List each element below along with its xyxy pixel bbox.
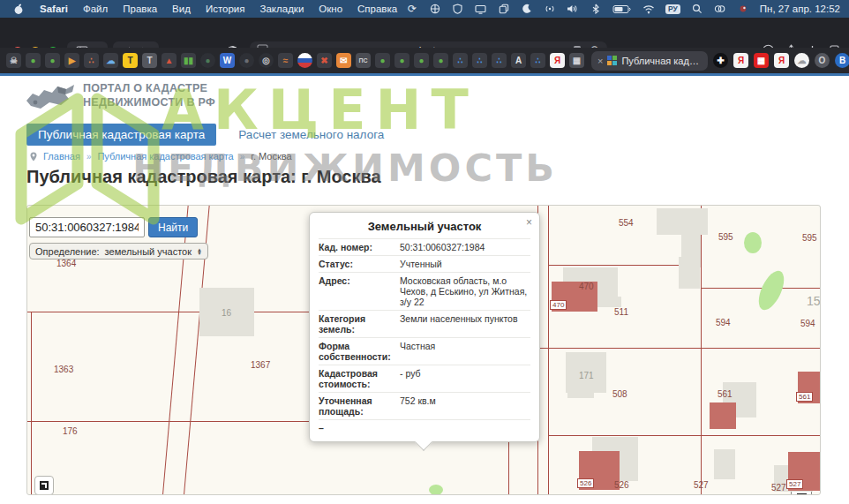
- battery-icon[interactable]: [612, 3, 632, 15]
- popup-rows: Кад. номер:50:31:0060327:1984Статус:Учте…: [319, 238, 530, 436]
- bookmark-icon[interactable]: ✉: [336, 53, 351, 68]
- bookmark-icon[interactable]: ≈: [278, 53, 293, 68]
- bookmark-icon[interactable]: ◎: [259, 53, 274, 68]
- boundary-line: [548, 206, 549, 495]
- cadastral-number-input[interactable]: [29, 217, 145, 237]
- keyboard-lang-badge[interactable]: РУ: [665, 4, 680, 14]
- parcel-label: 554: [619, 218, 634, 228]
- bookmark-icon[interactable]: T: [142, 53, 157, 68]
- parcel-info-popup: × Земельный участок Кад. номер:50:31:006…: [309, 212, 540, 442]
- tab-publichnaya-kadastrovaya[interactable]: × Публичная кадастр...: [591, 51, 708, 71]
- boundary-line: [537, 348, 821, 349]
- parcel-type-select[interactable]: Определение: земельный участок ▲▼: [29, 243, 208, 260]
- bookmark-icon[interactable]: ∴: [492, 53, 507, 68]
- menubar-item-история[interactable]: История: [206, 4, 245, 14]
- bookmark-icon[interactable]: ▮▮: [181, 53, 196, 68]
- bookmark-icon[interactable]: W: [220, 53, 235, 68]
- bookmark-glyph: ●: [399, 56, 404, 65]
- bluetooth-icon[interactable]: [590, 3, 602, 15]
- menubar-item-safari[interactable]: Safari: [40, 4, 68, 14]
- bookmark-icon[interactable]: [297, 53, 312, 68]
- breadcrumb-home[interactable]: Главная: [43, 151, 80, 162]
- menubar-item-файл[interactable]: Файл: [83, 4, 108, 14]
- bookmark-icon[interactable]: T: [123, 53, 138, 68]
- popup-close-icon[interactable]: ×: [526, 217, 532, 228]
- bookmark-icons: ☠●●▶∴☁TT▲▮▮●W●◎≈✖✉ПС●●●●∴∴∴A∴Я▦: [0, 53, 584, 68]
- bookmark-icon[interactable]: ●: [45, 53, 60, 68]
- nav-tab-land-tax[interactable]: Расчет земельного налога: [227, 124, 395, 146]
- bookmark-icon[interactable]: ☁: [794, 53, 809, 68]
- display-icon[interactable]: [475, 3, 487, 15]
- moon-icon[interactable]: [521, 3, 533, 15]
- page-title: Публичная кадастровая карта: г. Москва: [26, 167, 381, 187]
- bookmark-icon[interactable]: Я: [774, 53, 789, 68]
- bookmark-icon[interactable]: Я: [733, 53, 748, 68]
- bookmark-icon[interactable]: ∴: [530, 53, 545, 68]
- bookmark-glyph: Я: [778, 56, 785, 65]
- building: [597, 297, 621, 307]
- bookmark-icon[interactable]: A: [511, 53, 526, 68]
- status-dot-icon[interactable]: [737, 3, 749, 15]
- volume-icon[interactable]: [567, 3, 579, 15]
- bookmark-icon[interactable]: ●: [26, 53, 41, 68]
- tab-close-icon[interactable]: ×: [597, 56, 603, 66]
- popup-row: Статус:Учтенный: [319, 255, 530, 272]
- bookmark-glyph: ●: [418, 56, 424, 65]
- bookmark-icon[interactable]: О: [815, 53, 830, 68]
- bookmark-icon[interactable]: В: [835, 53, 849, 68]
- fullscreen-icon: [797, 493, 807, 496]
- bookmark-icon[interactable]: ∴: [84, 53, 99, 68]
- bookmark-icon[interactable]: ●: [414, 53, 429, 68]
- site-logo[interactable]: ПОРТАЛ О КАДАСТРЕ НЕДВИЖИМОСТИ В РФ: [25, 81, 215, 115]
- nav-tab-public-map[interactable]: Публичная кадастровая карта: [26, 124, 216, 146]
- building-red: 527: [788, 452, 821, 491]
- bookmark-icon[interactable]: ∴: [472, 53, 487, 68]
- bookmark-icon[interactable]: ●: [394, 53, 409, 68]
- find-button[interactable]: Найти: [148, 217, 198, 237]
- search-icon[interactable]: [691, 3, 703, 15]
- bookmark-icon[interactable]: ●: [375, 53, 390, 68]
- popup-row: Категория земель:Земли населенных пункто…: [319, 310, 530, 337]
- menubar-item-вид[interactable]: Вид: [172, 4, 191, 14]
- popup-row-value: - руб: [400, 368, 530, 389]
- bookmark-icon[interactable]: Я: [550, 53, 565, 68]
- bookmark-glyph: ✉: [340, 56, 347, 65]
- bookmark-icon[interactable]: ПС: [356, 53, 371, 68]
- bookmark-icon[interactable]: ✖: [317, 53, 332, 68]
- bookmark-icon[interactable]: ▲: [162, 53, 177, 68]
- bookmark-glyph: ∴: [88, 56, 94, 65]
- shield-app-icon[interactable]: [452, 3, 464, 15]
- bookmark-icon[interactable]: ●: [200, 53, 215, 68]
- bookmark-icon[interactable]: ●: [239, 53, 254, 68]
- parcel-label: 1367: [251, 360, 270, 370]
- bookmark-icon[interactable]: ✚: [713, 53, 728, 68]
- apple-icon[interactable]: [12, 3, 25, 15]
- bookmark-icon[interactable]: ∴: [453, 53, 468, 68]
- hotspot-icon[interactable]: [544, 3, 556, 15]
- user-switch-icon[interactable]: [714, 3, 726, 15]
- bookmark-icon[interactable]: ●: [433, 53, 448, 68]
- menubar-item-окно[interactable]: Окно: [319, 4, 342, 14]
- browser-icon[interactable]: [429, 3, 441, 15]
- breadcrumb-public-map[interactable]: Публичная кадастровая карта: [97, 151, 233, 162]
- popup-row: Уточненная площадь:752 кв.м: [319, 392, 530, 419]
- vegetation: [429, 485, 443, 495]
- bookmark-icon[interactable]: ▦: [569, 53, 584, 68]
- bookmark-icon[interactable]: ☁: [103, 53, 118, 68]
- bookmark-icon[interactable]: ▶: [64, 53, 79, 68]
- menubar-item-правка[interactable]: Правка: [123, 4, 157, 14]
- sync-icon[interactable]: ⟳: [406, 3, 418, 15]
- bookmark-icon[interactable]: ☠: [6, 53, 21, 68]
- bookmark-icon[interactable]: ▦: [754, 53, 769, 68]
- wifi-icon[interactable]: [642, 3, 655, 15]
- copy-icon[interactable]: [498, 3, 510, 15]
- menubar-item-закладки[interactable]: Закладки: [260, 4, 304, 14]
- popup-row-label: Форма собственности:: [319, 341, 400, 362]
- popup-row-value: Учтенный: [400, 259, 530, 269]
- menubar-item-справка[interactable]: Справка: [357, 4, 397, 14]
- bookmark-glyph: ●: [438, 56, 443, 65]
- building-number-badge: 526: [577, 478, 594, 488]
- map-layers-button[interactable]: [34, 476, 54, 495]
- breadcrumb-separator: »: [240, 152, 245, 162]
- russia-map-icon: [25, 81, 76, 115]
